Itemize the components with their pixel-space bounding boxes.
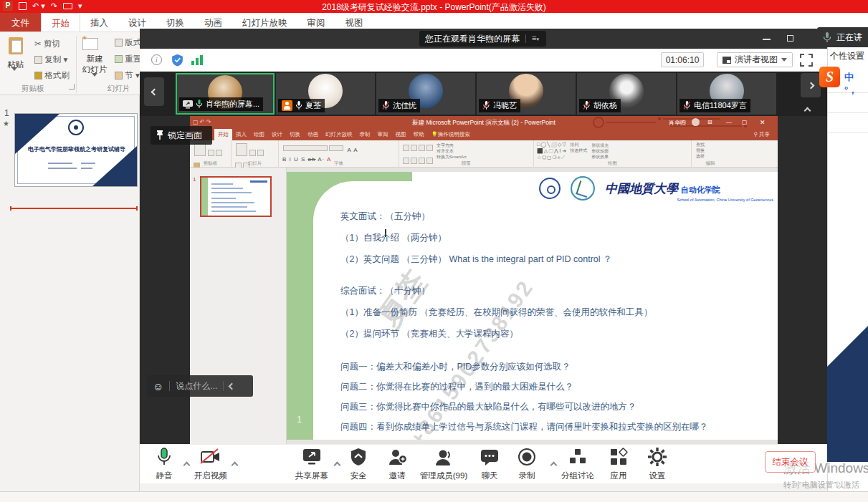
quick-chat-bar[interactable]: ☺ 说点什么... xyxy=(147,375,253,397)
layout-icon xyxy=(115,39,123,47)
breakout-rooms-button[interactable]: 分组讨论 xyxy=(554,448,601,481)
mic-muted-icon xyxy=(583,101,591,110)
network-signal-icon[interactable] xyxy=(191,55,203,65)
university-seal-icon xyxy=(68,120,84,135)
slide-text-line: 问题三：你觉得比赛中你作品的最大缺陷是什么，有哪些可以改进的地方？ xyxy=(340,401,636,413)
shared-tab-transitions[interactable]: 切换 xyxy=(286,129,304,140)
shared-tab-draw[interactable]: 绘图 xyxy=(250,129,268,140)
lock-screen-button[interactable]: 锁定画面 xyxy=(151,126,212,145)
screen-share-icon xyxy=(183,100,193,109)
shared-tab-home[interactable]: 开始 xyxy=(214,129,232,140)
protection-shield-icon[interactable] xyxy=(171,54,183,67)
brush-icon xyxy=(34,72,42,79)
minimize-icon[interactable]: — xyxy=(726,119,732,125)
start-video-button[interactable]: 开启视频 xyxy=(190,448,232,481)
group-font: A A B I U S ab A· A 字体 xyxy=(279,140,399,168)
input-mode-indicator[interactable]: 中 °， xyxy=(844,71,868,97)
chat-input-placeholder[interactable]: 说点什么... xyxy=(176,380,217,392)
mute-button[interactable]: 静音 xyxy=(146,448,183,481)
slide-page-number: 1 xyxy=(297,414,302,425)
shared-tab-insert[interactable]: 插入 xyxy=(232,129,250,140)
mute-options-icon[interactable] xyxy=(184,458,189,470)
shared-tab-slideshow[interactable]: 幻灯片放映 xyxy=(322,129,356,140)
cut-button[interactable]: ✂ 剪切 xyxy=(34,39,60,49)
mic-on-icon xyxy=(295,101,302,110)
clipboard-dialog-launcher[interactable] xyxy=(69,84,75,90)
meeting-toolbar: 静音 开启视频 共享屏幕 安全 邀请 管 xyxy=(140,444,827,483)
shared-slide: 1 中國地質大學自动化学院 School of Automation, Chin… xyxy=(287,172,778,440)
slide-text-line: 问题一：偏差大和偏差小时，PID参数分别应该如何选取？ xyxy=(340,361,571,373)
participant-name: 电信11804罗言 xyxy=(694,100,747,111)
view-layout-icon xyxy=(722,57,731,64)
lock-screen-label: 锁定画面 xyxy=(168,130,202,142)
paste-icon[interactable] xyxy=(9,37,23,54)
share-screen-button[interactable]: 共享屏幕 xyxy=(290,448,333,481)
fullscreen-icon[interactable] xyxy=(800,54,813,67)
participant-tile[interactable]: 胡依杨 xyxy=(577,73,676,115)
new-slide-dropdown-icon[interactable] xyxy=(92,77,97,90)
participant-name: 夏荃 xyxy=(305,100,321,111)
layout-menu-icon[interactable]: ≡▾ xyxy=(532,34,540,43)
window-title: 2018级考研复试经验交流.pptx - PowerPoint(产品激活失败) xyxy=(0,1,868,14)
slide-text-line: 问题四：看到你成绩单上学过信号与系统这门课程，请问傅里叶变换和拉式变换的区别在哪… xyxy=(340,421,708,433)
participant-tile[interactable]: 肖华煦的屏幕... xyxy=(176,73,275,115)
meeting-controlbar: i 01:06:10 演讲者视图 xyxy=(140,49,827,72)
collapse-strip-icon[interactable] xyxy=(805,103,810,116)
shared-slide-thumbnail[interactable] xyxy=(200,176,272,217)
video-options-icon[interactable] xyxy=(232,458,237,470)
reset-button[interactable]: 重置 xyxy=(115,54,141,64)
maximize-icon[interactable]: ▢ xyxy=(742,119,748,125)
record-button[interactable]: 录制 xyxy=(510,448,544,481)
section-button[interactable]: 节 ▾ xyxy=(115,70,140,81)
group-drawing: □◯╲⬜◇▽⬛△〇⋀⌇➜☆⬠◻❍⟡⟋ 排列 快速样式 形状填充 形状轮廓 形状效… xyxy=(534,140,692,168)
participant-tile[interactable]: 电信11804罗言 xyxy=(677,73,776,115)
sogou-input-icon[interactable]: S xyxy=(819,67,840,87)
share-button[interactable]: ⚲ 共享 xyxy=(750,129,773,140)
red-annotation-line xyxy=(10,208,138,209)
maximize-button[interactable] xyxy=(787,35,796,42)
view-mode-dropdown[interactable]: 演讲者视图 xyxy=(717,52,793,67)
end-meeting-button[interactable]: 结束会议 xyxy=(765,451,816,473)
emoji-icon[interactable]: ☺ xyxy=(153,380,163,392)
participant-name: 胡依杨 xyxy=(593,100,617,111)
viewing-banner[interactable]: 您正在观看肖华煦的屏幕 ≡▾ xyxy=(419,31,546,47)
user-avatar xyxy=(692,118,700,126)
collapse-chat-icon[interactable] xyxy=(229,382,236,390)
participant-tile[interactable]: 冯晓艺 xyxy=(477,73,576,115)
apps-button[interactable]: 应用 xyxy=(603,448,634,481)
layout-button[interactable]: 版式 xyxy=(115,37,141,48)
settings-button[interactable]: 设置 xyxy=(642,448,673,481)
chat-button[interactable]: 聊天 xyxy=(472,448,507,481)
close-icon[interactable]: ✕ xyxy=(760,119,766,126)
tab-file[interactable]: 文件 xyxy=(0,13,41,32)
scroll-left-button[interactable] xyxy=(144,77,164,106)
meeting-topbar[interactable]: 您正在观看肖华煦的屏幕 ≡▾ xyxy=(140,29,827,49)
shared-tab-view[interactable]: 视图 xyxy=(392,129,410,140)
shared-tab-record[interactable]: 录制 xyxy=(356,129,374,140)
shared-tab-help[interactable]: 帮助 xyxy=(410,129,428,140)
shared-tab-review[interactable]: 审阅 xyxy=(374,129,392,140)
mic-icon xyxy=(156,448,173,466)
tab-home[interactable]: 开始 xyxy=(41,13,80,32)
meeting-info-icon[interactable]: i xyxy=(151,54,162,65)
paste-dropdown-icon[interactable] xyxy=(11,71,17,84)
tab-insert[interactable]: 插入 xyxy=(80,13,118,32)
manage-members-button[interactable]: 管理成员(99) xyxy=(412,448,475,481)
invite-button[interactable]: 邀请 xyxy=(378,448,416,481)
tell-me-search[interactable]: 💡操作说明搜索 xyxy=(428,129,474,140)
mic-muted-icon xyxy=(382,101,390,110)
scroll-right-button[interactable] xyxy=(801,73,821,97)
copy-button[interactable]: 复制 ▾ xyxy=(34,54,67,65)
minimize-button[interactable] xyxy=(763,35,771,40)
ribbon-display-icon[interactable]: ⊞ xyxy=(707,119,712,125)
shared-tab-animations[interactable]: 动画 xyxy=(304,129,322,140)
camera-off-icon xyxy=(200,448,221,466)
participant-tile[interactable]: 沈佳忧 xyxy=(376,73,475,115)
format-painter-button[interactable]: 格式刷 xyxy=(34,70,70,81)
security-button[interactable]: 安全 xyxy=(339,448,378,481)
new-slide-button[interactable]: 新建幻灯片 xyxy=(80,54,109,75)
slide-thumbnail[interactable]: 电子电气学院朋辈领航之考研复试辅导 xyxy=(14,113,138,187)
group-paragraph: 文字方向 对齐文本 转换为SmartArt 段落 xyxy=(399,140,534,168)
participant-tile[interactable]: 夏荃 xyxy=(276,73,375,115)
shared-tab-design[interactable]: 设计 xyxy=(268,129,286,140)
